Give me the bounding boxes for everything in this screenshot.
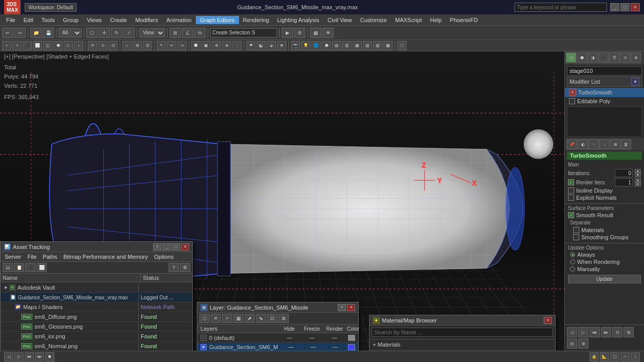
asset-tb4[interactable]: ⬜ [36,263,47,272]
tb2-12[interactable]: ⌂ [122,41,132,50]
menu-graph-editors[interactable]: Graph Editors [196,16,239,24]
tb2-22[interactable]: ⋮ [232,41,242,50]
create-selection-input[interactable] [210,28,277,37]
manually-radio[interactable] [570,266,575,272]
status-icon-2[interactable]: ▷ [14,352,24,361]
mode-dropdown[interactable]: All [59,28,82,37]
tb2-28[interactable]: 💡 [301,41,310,50]
tb2-21[interactable]: ⊗ [222,41,231,50]
tb2-2[interactable]: ✧ [12,41,22,50]
modifier-item-epoly[interactable]: Editable Poly [565,97,644,105]
bottom-panel-icon-4[interactable]: ⏭ [601,327,611,337]
tb-scale[interactable]: ⤢ [123,28,135,38]
tb2-9[interactable]: ⟳ [88,41,97,50]
isoline-checkbox[interactable] [568,187,574,194]
asset-tb-settings[interactable]: ⚙ [180,263,190,272]
menu-rendering[interactable]: Rendering [239,16,273,24]
tb-percent-snap[interactable]: % [194,28,206,38]
table-row[interactable]: 📄 Guidance_Section_SM6_Missile_max_vray.… [1,293,192,302]
layer-tb1[interactable]: ⬡ [199,314,210,323]
status-icon-4[interactable]: ⏭ [35,352,44,361]
menu-views[interactable]: Views [83,16,106,24]
bottom-panel-icon-5[interactable]: ⊡ [612,327,622,337]
asset-tb3[interactable]: ⬛ [25,263,35,272]
explicit-normals-checkbox[interactable] [568,195,574,201]
tb2-25[interactable]: ⬙ [267,41,276,50]
layer-tb7[interactable]: ⊡ [267,314,278,323]
layer-help-btn[interactable]: ? [338,304,346,311]
tb2-5[interactable]: ◫ [43,41,52,50]
tb2-31[interactable]: ▤ [332,41,341,50]
menu-lighting[interactable]: Lighting Analysis [273,16,323,24]
tb2-7[interactable]: ▷ [64,41,73,50]
bottom-panel-icon-8[interactable]: ⊗ [578,338,588,349]
panel-icon-2[interactable]: ⬢ [577,52,587,63]
tb2-11[interactable]: ⊡ [108,41,118,50]
panel-icon-6[interactable]: ⊙ [620,52,630,63]
table-row[interactable]: PNG sm6_ior.png Found [1,332,192,341]
asset-close-btn[interactable]: ✕ [181,243,189,251]
tb-layer[interactable]: ▦ [310,28,321,38]
iterations-up[interactable]: ▲ [635,169,641,173]
panel-icon-5[interactable]: ☰ [609,52,619,63]
object-name-field[interactable] [567,66,642,75]
smooth-result-checkbox[interactable]: ✓ [568,212,574,218]
tb-display[interactable]: 👁 [322,28,334,38]
bottom-panel-icon-3[interactable]: ⏮ [590,327,600,337]
tb2-24[interactable]: ⬕ [256,41,266,50]
asset-titlebar[interactable]: 📊 Asset Tracking ? _ □ ✕ [1,242,192,252]
list-item[interactable]: □0 (default) — — — [197,333,358,342]
tb-save[interactable]: 💾 [43,28,54,38]
panel-icon-4[interactable]: ⬛ [598,52,609,63]
tb2-1[interactable]: + [2,41,11,50]
tb2-15[interactable]: ↖ [157,41,166,50]
tb2-20[interactable]: ⊕ [212,41,221,50]
tb2-14[interactable]: ⊟ [143,41,152,50]
tb2-18[interactable]: 🔲 [191,41,200,50]
pi-5[interactable]: 🗑 [621,139,631,149]
workspace-selector[interactable]: Workspace: Default [25,3,77,12]
mat-section-materials[interactable]: + Materials [370,339,555,350]
pi-pin[interactable]: 📌 [567,139,577,149]
bottom-panel-icon-2[interactable]: ▷ [578,327,588,337]
asset-tb2[interactable]: 📋 [14,263,24,272]
render-iters-checkbox[interactable]: ✓ [568,179,574,185]
tb2-26[interactable]: ⬘ [277,41,286,50]
table-row[interactable]: PNG sm6_Normal.png Found [1,341,192,351]
when-rendering-radio[interactable] [570,259,575,264]
status-icon-3[interactable]: ⏮ [25,352,34,361]
pi-1[interactable]: ◐ [578,139,588,149]
table-row[interactable]: PNG sm6_Glossnes.png Found [1,322,192,332]
table-row[interactable]: 📁 Maps / Shaders Network Path [1,302,192,312]
status-nav-5[interactable]: ↕ [631,352,640,361]
layer-tb8[interactable]: ⊞ [279,314,289,323]
tb2-32[interactable]: ▥ [342,41,352,50]
render-iters-down[interactable]: ▼ [635,182,641,186]
asset-menu-options[interactable]: Options [152,253,176,260]
status-icon-1[interactable]: ◁ [4,352,13,361]
tb-rotate[interactable]: ↻ [111,28,122,38]
view-dropdown[interactable]: View [139,28,165,37]
panel-icon-1[interactable]: ⬡ [566,52,576,63]
tb2-33[interactable]: ▦ [353,41,362,50]
tb-select[interactable]: ⬡ [86,28,98,38]
bottom-panel-icon-7[interactable]: ⊟ [567,338,577,349]
modifier-item-turbosmooth[interactable]: T TurboSmooth [565,88,644,97]
layer-tb3[interactable]: + [222,314,232,323]
layer-tb6[interactable]: ⬊ [256,314,266,323]
tb2-17[interactable]: ⇒ [177,41,187,50]
smoothing-groups-checkbox[interactable] [573,234,579,240]
mat-titlebar[interactable]: ◈ Material/Map Browser ✕ [370,315,555,326]
panel-icon-3[interactable]: ◑ [587,52,598,63]
tb2-23[interactable]: ⚑ [246,41,255,50]
tb-redo[interactable]: ↪ [14,28,26,38]
title-maximize[interactable]: □ [620,3,630,11]
title-search[interactable] [514,3,607,12]
menu-maxscript[interactable]: MAXScript [391,16,426,24]
tb2-37[interactable]: ⬡ [397,41,407,50]
asset-tb-help[interactable]: ? [169,263,179,272]
modifier-checkbox-1[interactable] [569,98,575,104]
title-close[interactable]: ✕ [631,3,640,11]
mat-close-btn[interactable]: ✕ [544,317,552,324]
asset-menu-file[interactable]: File [25,253,39,260]
